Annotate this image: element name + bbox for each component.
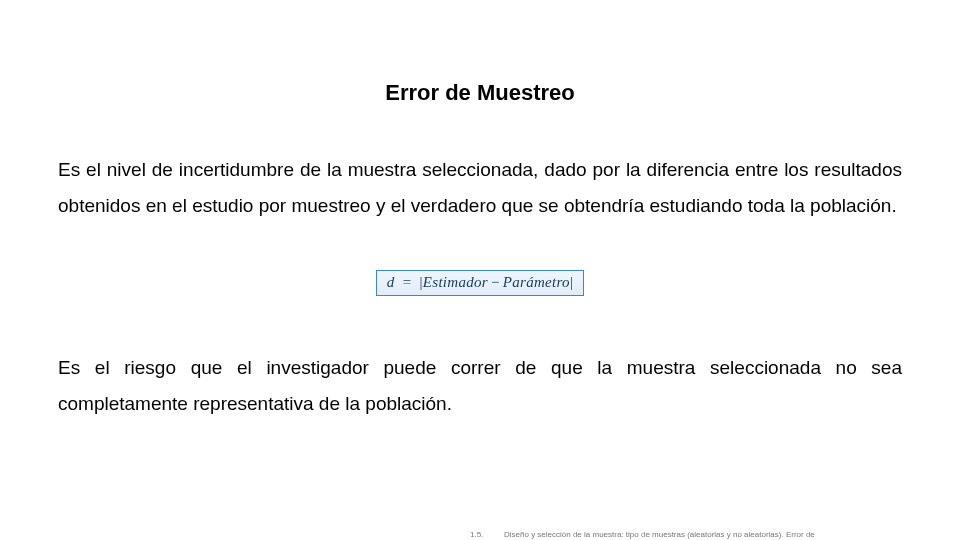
formula-eq: = [399,274,416,290]
formula-box: d = |Estimador−Parámetro| [376,270,584,296]
footer-page-number: 1.5. [470,530,483,540]
formula-minus: − [488,274,503,290]
slide-title: Error de Muestreo [58,80,902,106]
formula-estimador: Estimador [423,274,488,290]
paragraph-risk: Es el riesgo que el investigador puede c… [58,350,902,422]
formula-abs-close: | [570,274,573,290]
formula-parametro: Parámetro [503,274,570,290]
formula-container: d = |Estimador−Parámetro| [58,270,902,296]
formula-d: d [387,274,395,290]
slide: Error de Muestreo Es el nivel de incerti… [0,0,960,540]
paragraph-definition: Es el nivel de incertidumbre de la muest… [58,152,902,224]
footer-text: Diseño y selección de la muestra: tipo d… [504,530,820,540]
